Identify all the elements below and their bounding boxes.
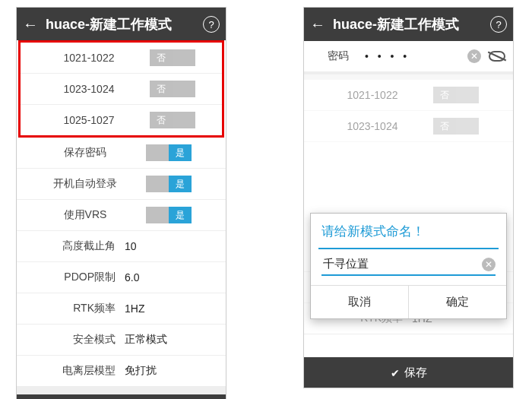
cancel-button[interactable]: 取消 <box>311 286 409 318</box>
field-row[interactable]: 安全模式 正常模式 <box>17 325 226 356</box>
back-icon[interactable]: ← <box>23 16 38 33</box>
name-dialog: 请给新模式命名！ ✕ 取消 确定 <box>310 213 507 319</box>
field-value: 6.0 <box>125 271 218 283</box>
phone-right: ← huace-新建工作模式 ? 密码 • • • • ✕ 1021-1022 … <box>304 8 513 388</box>
field-row[interactable]: PDOP限制 6.0 <box>17 262 226 293</box>
field-row[interactable]: RTK频率 1HZ <box>17 293 226 325</box>
field-label: 高度截止角 <box>24 239 125 253</box>
toggle-1023[interactable]: 否 <box>150 81 195 97</box>
field-value: 1HZ <box>125 302 218 315</box>
toggle-use-vrs[interactable]: 是 <box>146 207 192 223</box>
header: ← huace-新建工作模式 ? <box>304 8 513 41</box>
row-label: 保存密码 <box>24 146 146 160</box>
dialog-input-wrap: ✕ <box>321 257 496 276</box>
visibility-off-icon[interactable] <box>489 51 505 62</box>
field-value: 免打扰 <box>125 364 218 378</box>
separator <box>304 72 513 80</box>
toggle-1023[interactable]: 否 <box>433 118 479 135</box>
field-value: 正常模式 <box>125 333 218 347</box>
header-title: huace-新建工作模式 <box>46 15 195 33</box>
row-label: 1025-1027 <box>28 114 150 126</box>
field-row[interactable]: 电离层模型 免打扰 <box>17 356 226 387</box>
toggle-row: 1025-1027 否 <box>21 105 222 135</box>
dialog-title: 请给新模式命名！ <box>311 214 506 248</box>
password-label: 密码 <box>312 49 365 63</box>
toggle-row: 1023-1024 否 <box>304 111 513 142</box>
toggle-1021[interactable]: 否 <box>150 49 195 66</box>
toggle-1021[interactable]: 否 <box>433 87 479 103</box>
toggle-row: 开机自动登录 是 <box>17 169 226 200</box>
save-button[interactable]: 保存 <box>304 357 513 388</box>
clear-icon[interactable]: ✕ <box>482 258 496 271</box>
phone-left: ← huace-新建工作模式 ? 1021-1022 否 1023-1024 否… <box>17 8 226 399</box>
toggle-save-password[interactable]: 是 <box>146 144 192 161</box>
toggle-row: 使用VRS 是 <box>17 200 226 231</box>
field-row[interactable]: 高度截止角 10 <box>17 231 226 262</box>
help-icon[interactable]: ? <box>490 16 507 33</box>
separator <box>17 387 226 394</box>
highlight-box: 1021-1022 否 1023-1024 否 1025-1027 否 <box>18 40 224 138</box>
field-label: 电离层模型 <box>24 364 125 378</box>
toggle-row: 1021-1022 否 <box>21 43 222 74</box>
toggle-row: 保存密码 是 <box>17 138 226 169</box>
password-row[interactable]: 密码 • • • • ✕ <box>304 41 513 72</box>
field-label: PDOP限制 <box>24 271 125 284</box>
toggle-row: 1021-1022 否 <box>304 80 513 111</box>
row-label: 1021-1022 <box>28 52 150 64</box>
header: ← huace-新建工作模式 ? <box>17 8 226 41</box>
row-label: 1023-1024 <box>28 83 150 95</box>
row-label: 1021-1022 <box>312 89 433 101</box>
row-label: 使用VRS <box>24 208 146 222</box>
row-label: 1023-1024 <box>312 120 433 132</box>
dialog-divider <box>318 248 499 249</box>
ok-button[interactable]: 确定 <box>409 286 506 318</box>
back-icon[interactable]: ← <box>310 16 325 33</box>
dialog-buttons: 取消 确定 <box>311 285 506 318</box>
field-label: RTK频率 <box>24 302 125 315</box>
body: 1021-1022 否 1023-1024 否 1025-1027 否 保存密码 <box>17 40 226 394</box>
mode-name-input[interactable] <box>321 257 482 271</box>
field-label: 安全模式 <box>24 333 125 347</box>
toggle-auto-login[interactable]: 是 <box>146 176 192 192</box>
password-value: • • • • <box>365 50 467 62</box>
body: 密码 • • • • ✕ 1021-1022 否 1023-1024 否 高度截… <box>304 41 513 357</box>
toggle-1025[interactable]: 否 <box>150 112 195 128</box>
row-label: 开机自动登录 <box>24 177 146 191</box>
field-value: 10 <box>125 240 218 252</box>
toggle-row: 1023-1024 否 <box>21 74 222 105</box>
save-label: 保存 <box>404 366 427 380</box>
save-button[interactable]: 保存 <box>17 394 226 399</box>
check-icon <box>391 366 400 379</box>
help-icon[interactable]: ? <box>203 16 220 33</box>
clear-icon[interactable]: ✕ <box>467 49 481 63</box>
header-title: huace-新建工作模式 <box>333 15 483 33</box>
